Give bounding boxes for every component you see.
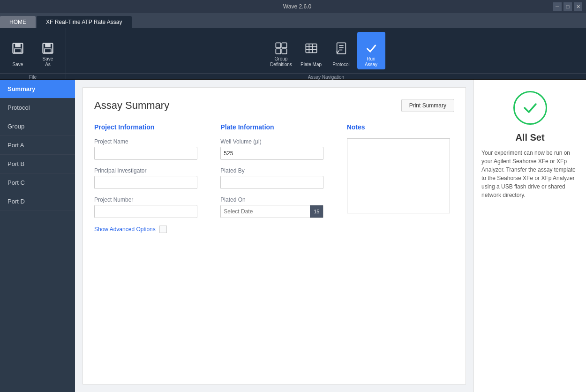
- svg-rect-7: [276, 43, 281, 48]
- project-number-input[interactable]: [94, 205, 197, 218]
- principal-investigator-input[interactable]: [94, 176, 197, 189]
- app-title: Wave 2.6.0: [41, 3, 553, 10]
- assay-summary-header: Assay Summary Print Summary: [94, 99, 454, 112]
- all-set-description: Your experiment can now be run on your A…: [481, 149, 578, 199]
- plated-by-group: Plated By: [220, 167, 328, 189]
- protocol-button[interactable]: Protocol: [327, 32, 355, 69]
- group-definitions-icon: [273, 40, 290, 57]
- notes-title: Notes: [347, 123, 454, 131]
- date-picker-button[interactable]: 15: [310, 205, 323, 218]
- form-sections: Project Information Project Name Princip…: [94, 123, 454, 233]
- project-info-section: Project Information Project Name Princip…: [94, 123, 202, 233]
- advanced-options-row: Show Advanced Options: [94, 226, 202, 233]
- principal-investigator-group: Principal Investigator: [94, 167, 202, 189]
- plated-on-group: Plated On 15: [220, 196, 328, 218]
- plate-map-icon: [303, 40, 320, 57]
- principal-investigator-label: Principal Investigator: [94, 167, 202, 174]
- protocol-icon: [333, 40, 350, 57]
- sidebar-item-summary[interactable]: Summary: [0, 80, 75, 98]
- sidebar-item-protocol[interactable]: Protocol: [0, 98, 75, 117]
- plate-info-section: Plate Information Well Volume (μl) Plate…: [220, 123, 328, 233]
- content-inner: Assay Summary Print Summary Project Info…: [83, 87, 466, 384]
- project-info-title: Project Information: [94, 123, 202, 131]
- project-name-label: Project Name: [94, 138, 202, 145]
- main-layout: Summary Protocol Group Port A Port B Por…: [0, 80, 586, 392]
- sidebar-item-port-b[interactable]: Port B: [0, 155, 75, 173]
- save-as-icon: +: [39, 40, 56, 57]
- well-volume-group: Well Volume (μl): [220, 138, 328, 160]
- sidebar-item-port-c[interactable]: Port C: [0, 173, 75, 192]
- sidebar: Summary Protocol Group Port A Port B Por…: [0, 80, 75, 392]
- show-advanced-checkbox[interactable]: [159, 226, 167, 233]
- svg-text:+: +: [50, 50, 53, 55]
- show-advanced-label[interactable]: Show Advanced Options: [94, 226, 156, 233]
- all-set-icon: [513, 91, 547, 125]
- maximize-button[interactable]: □: [563, 2, 572, 11]
- run-assay-button[interactable]: RunAssay: [357, 32, 385, 69]
- svg-rect-8: [282, 43, 287, 48]
- sidebar-item-port-d[interactable]: Port D: [0, 192, 75, 211]
- svg-rect-9: [276, 49, 281, 54]
- title-bar: Wave 2.6.0 ─ □ ✕: [0, 0, 586, 13]
- project-number-label: Project Number: [94, 196, 202, 203]
- svg-rect-11: [306, 44, 316, 53]
- notes-section: Notes: [347, 123, 454, 233]
- well-volume-input[interactable]: [220, 147, 323, 160]
- plate-map-button[interactable]: Plate Map: [297, 32, 325, 69]
- all-set-title: All Set: [515, 132, 544, 143]
- run-assay-icon: [363, 40, 380, 57]
- tab-home[interactable]: HOME: [0, 16, 36, 28]
- close-button[interactable]: ✕: [574, 2, 582, 11]
- plated-on-label: Plated On: [220, 196, 328, 203]
- plated-by-input[interactable]: [220, 176, 323, 189]
- date-input-wrapper: 15: [220, 205, 323, 218]
- sidebar-item-port-a[interactable]: Port A: [0, 136, 75, 155]
- svg-rect-1: [15, 44, 21, 47]
- save-icon: [9, 40, 26, 57]
- print-summary-button[interactable]: Print Summary: [401, 99, 454, 112]
- page-title: Assay Summary: [94, 99, 169, 112]
- project-number-group: Project Number: [94, 196, 202, 218]
- minimize-button[interactable]: ─: [553, 2, 562, 11]
- svg-rect-10: [282, 49, 287, 54]
- right-panel: All Set Your experiment can now be run o…: [473, 80, 586, 392]
- plated-by-label: Plated By: [220, 167, 328, 174]
- notes-textarea[interactable]: [347, 138, 450, 213]
- project-name-input[interactable]: [94, 147, 197, 160]
- tabs-row: HOME XF Real-Time ATP Rate Assay: [0, 13, 586, 28]
- svg-rect-4: [45, 44, 51, 47]
- group-definitions-button[interactable]: GroupDefinitions: [267, 32, 295, 69]
- project-name-group: Project Name: [94, 138, 202, 160]
- well-volume-label: Well Volume (μl): [220, 138, 328, 145]
- tab-xf[interactable]: XF Real-Time ATP Rate Assay: [37, 16, 132, 28]
- plate-info-title: Plate Information: [220, 123, 328, 131]
- svg-rect-2: [15, 49, 21, 53]
- content-area: Assay Summary Print Summary Project Info…: [75, 80, 473, 392]
- save-as-button[interactable]: + SaveAs: [34, 32, 62, 69]
- save-button[interactable]: Save: [4, 32, 32, 69]
- toolbar: Save + SaveAs File: [0, 28, 586, 80]
- plated-on-input[interactable]: [221, 208, 310, 215]
- sidebar-item-group[interactable]: Group: [0, 117, 75, 136]
